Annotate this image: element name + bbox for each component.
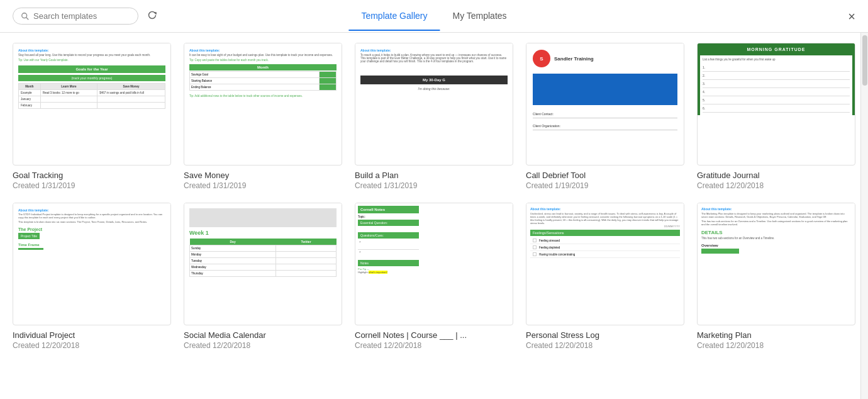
tab-my-templates[interactable]: My Templates: [440, 2, 519, 31]
template-date: Created 1/19/2019: [526, 181, 684, 190]
template-name: Cornell Notes | Course ___ | ...: [355, 330, 513, 340]
template-date: Created 12/20/2018: [355, 341, 513, 350]
template-name: Social Media Calendar: [184, 330, 342, 340]
template-thumbnail-stress-log: About this template: Unchecked, stress c…: [526, 203, 684, 325]
template-name: Individual Project: [13, 330, 171, 340]
template-date: Created 1/31/2019: [184, 181, 342, 190]
template-grid-container: About this template: Stay focused all ye…: [0, 33, 868, 399]
modal-header: Template Gallery My Templates ×: [0, 0, 868, 33]
template-card-goal-tracking[interactable]: About this template: Stay focused all ye…: [13, 43, 171, 190]
template-card-cornell-notes[interactable]: Cornell Notes Topic: Essential Question:…: [355, 203, 513, 350]
template-thumbnail-goal-tracking: About this template: Stay focused all ye…: [13, 43, 171, 166]
template-name: Save Money: [184, 171, 342, 180]
search-input[interactable]: [33, 11, 130, 21]
close-button[interactable]: ×: [848, 10, 855, 23]
template-card-individual-project[interactable]: About this template: The GTD® Individual…: [13, 203, 171, 350]
template-card-gratitude-journal[interactable]: MORNING GRATITUDE List a few things you'…: [697, 43, 855, 190]
template-thumbnail-individual-project: About this template: The GTD® Individual…: [13, 203, 171, 325]
template-card-call-debrief[interactable]: S Sandler Training Client Contact: Clien…: [526, 43, 684, 190]
template-thumbnail-build-a-plan: About this template: To reach a goal, it…: [355, 43, 513, 166]
template-name: Marketing Plan: [697, 330, 855, 340]
template-thumbnail-social-media: Week 1 DayTwitter Sunday Monday Tuesday …: [184, 203, 342, 325]
template-name: Call Debrief Tool: [526, 171, 684, 180]
template-name: Personal Stress Log: [526, 330, 684, 340]
template-date: Created 12/20/2018: [697, 341, 855, 350]
template-date: Created 1/31/2019: [13, 181, 171, 190]
template-card-social-media[interactable]: Week 1 DayTwitter Sunday Monday Tuesday …: [184, 203, 342, 350]
template-date: Created 12/20/2018: [184, 341, 342, 350]
tabs-container: Template Gallery My Templates: [348, 2, 519, 31]
refresh-button[interactable]: [145, 8, 160, 25]
template-thumbnail-marketing-plan: About this template: The Marketing Plan …: [697, 203, 855, 325]
template-date: Created 1/31/2019: [355, 181, 513, 190]
tab-gallery[interactable]: Template Gallery: [348, 2, 440, 31]
scrollbar-track[interactable]: [860, 33, 868, 399]
template-thumbnail-save-money: About this template: It can be easy to l…: [184, 43, 342, 166]
template-thumbnail-gratitude-journal: MORNING GRATITUDE List a few things you'…: [697, 43, 855, 166]
template-date: Created 12/20/2018: [697, 181, 855, 190]
template-name: Build a Plan: [355, 171, 513, 180]
search-container[interactable]: [13, 8, 138, 25]
template-date: Created 12/20/2018: [526, 341, 684, 350]
svg-point-0: [22, 13, 27, 18]
template-card-stress-log[interactable]: About this template: Unchecked, stress c…: [526, 203, 684, 350]
template-name: Gratitude Journal: [697, 171, 855, 180]
template-date: Created 12/20/2018: [13, 341, 171, 350]
svg-line-1: [26, 17, 29, 20]
template-card-build-a-plan[interactable]: About this template: To reach a goal, it…: [355, 43, 513, 190]
template-card-save-money[interactable]: About this template: It can be easy to l…: [184, 43, 342, 190]
template-thumbnail-cornell-notes: Cornell Notes Topic: Essential Question:…: [355, 203, 513, 325]
template-name: Goal Tracking: [13, 171, 171, 180]
template-thumbnail-call-debrief: S Sandler Training Client Contact: Clien…: [526, 43, 684, 166]
scrollbar-thumb: [862, 35, 867, 86]
search-icon: [21, 12, 30, 21]
template-grid: About this template: Stay focused all ye…: [13, 43, 855, 350]
template-modal: Template Gallery My Templates × About th…: [0, 0, 868, 399]
refresh-icon: [147, 10, 157, 20]
template-card-marketing-plan[interactable]: About this template: The Marketing Plan …: [697, 203, 855, 350]
